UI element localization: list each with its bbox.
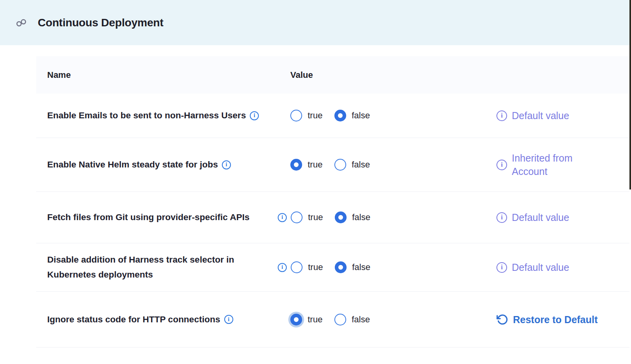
table-row: Enable Native Helm steady state for jobs… [36, 138, 629, 192]
table-header-row: Name Value [36, 56, 629, 94]
radio-true-label[interactable]: true [308, 314, 323, 325]
table-body: Enable Emails to be sent to non-Harness … [36, 94, 629, 347]
radio-false[interactable] [334, 110, 346, 121]
setting-name: Disable addition of Harness track select… [47, 252, 268, 282]
table-row: Ignore status code for HTTP connectionsi… [36, 292, 629, 347]
radio-true[interactable] [291, 261, 303, 273]
page-title: Continuous Deployment [38, 17, 163, 29]
column-header-name: Name [36, 70, 276, 80]
info-icon[interactable]: i [496, 110, 507, 121]
setting-name: Enable Emails to be sent to non-Harness … [47, 110, 246, 120]
info-icon[interactable]: i [224, 315, 233, 324]
restore-to-default-button[interactable]: Restore to Default [513, 313, 598, 326]
radio-group: true false [291, 211, 370, 223]
radio-true-label[interactable]: true [308, 262, 323, 272]
radio-true-label[interactable]: true [308, 160, 323, 170]
status-badge[interactable]: Default value [512, 109, 569, 122]
info-icon[interactable]: i [496, 262, 507, 273]
radio-false[interactable] [335, 261, 347, 273]
radio-false-label[interactable]: false [352, 110, 370, 121]
radio-false[interactable] [334, 314, 346, 325]
radio-group: true false [291, 261, 370, 273]
table-row: Disable addition of Harness track select… [36, 243, 629, 292]
link-icon[interactable] [16, 17, 27, 28]
radio-true[interactable] [290, 314, 302, 325]
radio-true[interactable] [290, 159, 302, 171]
radio-false-label[interactable]: false [352, 262, 370, 272]
radio-false[interactable] [335, 211, 347, 223]
status-badge[interactable]: Default value [512, 211, 569, 224]
radio-group: true false [290, 110, 370, 121]
info-icon[interactable]: i [278, 263, 287, 272]
info-icon[interactable]: i [496, 212, 507, 223]
setting-name: Fetch files from Git using provider-spec… [47, 210, 249, 225]
info-icon[interactable]: i [222, 160, 231, 169]
radio-true[interactable] [290, 110, 302, 121]
table-row: Enable Emails to be sent to non-Harness … [36, 94, 629, 138]
radio-true-label[interactable]: true [308, 212, 323, 222]
status-badge[interactable]: Inherited from Account [512, 151, 592, 178]
setting-name: Enable Native Helm steady state for jobs [47, 160, 218, 169]
restore-icon[interactable] [496, 314, 508, 325]
settings-table: Name Value Enable Emails to be sent to n… [36, 56, 629, 347]
radio-true-label[interactable]: true [308, 110, 323, 121]
radio-group: true false [290, 314, 370, 325]
radio-false-label[interactable]: false [352, 160, 370, 170]
table-row: Fetch files from Git using provider-spec… [36, 192, 629, 243]
radio-false-label[interactable]: false [352, 314, 370, 325]
radio-group: true false [290, 159, 370, 171]
status-badge[interactable]: Default value [512, 261, 569, 274]
radio-true[interactable] [291, 211, 303, 223]
column-header-value: Value [290, 70, 313, 80]
info-icon[interactable]: i [250, 111, 259, 120]
radio-false-label[interactable]: false [352, 212, 370, 222]
section-header: Continuous Deployment [0, 0, 631, 45]
right-edge-artifact [629, 0, 631, 189]
setting-name: Ignore status code for HTTP connections [47, 314, 220, 324]
info-icon[interactable]: i [278, 213, 287, 222]
info-icon[interactable]: i [496, 160, 507, 170]
radio-false[interactable] [334, 159, 346, 171]
